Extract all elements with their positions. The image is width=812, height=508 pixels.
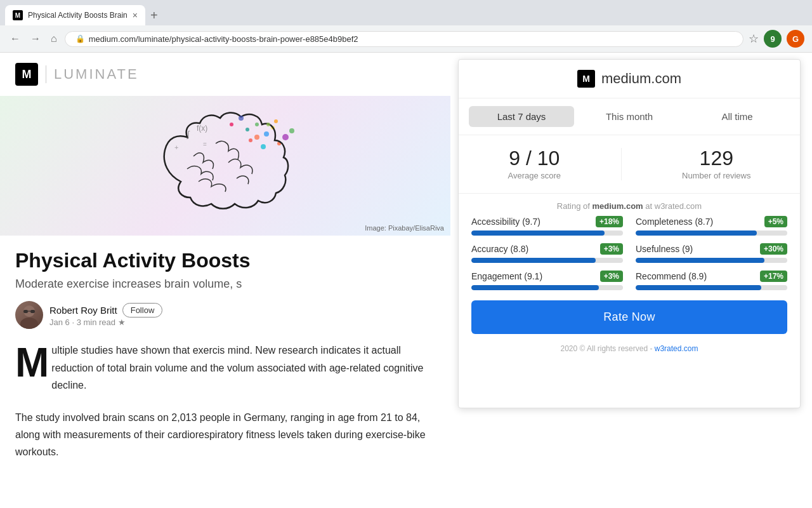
metric-bar-track xyxy=(471,285,623,290)
metric-header: Usefulness (9) +30% xyxy=(636,243,787,255)
author-name: Robert Roy Britt xyxy=(49,305,117,316)
header-divider xyxy=(46,65,46,83)
metric-bar-fill xyxy=(471,231,605,236)
metric-name: Completeness (8.7) xyxy=(636,217,713,227)
metric-bar-track xyxy=(471,258,623,263)
svg-text:f(x): f(x) xyxy=(197,124,207,133)
metric-name: Accessibility (9.7) xyxy=(471,217,540,227)
metric-item: Recommend (8.9) +17% xyxy=(636,271,787,290)
metric-bar-track xyxy=(471,231,623,236)
rating-widget: M medium.com Last 7 days This month All … xyxy=(458,59,801,408)
svg-rect-20 xyxy=(23,310,28,313)
drop-cap: M xyxy=(15,347,49,379)
article-body: Physical Activity Boosts Moderate exerci… xyxy=(0,236,450,474)
tab-this-month[interactable]: This month xyxy=(577,106,682,127)
address-bar: ← → ⌂ 🔒 medium.com/luminate/physical-act… xyxy=(0,25,812,52)
article-image: ∫ f(x) + = Image: Pixabay/El xyxy=(0,96,450,236)
lock-icon: 🔒 xyxy=(75,34,85,43)
new-tab-button[interactable]: + xyxy=(145,9,163,22)
browser-chrome: M Physical Activity Boosts Brain × + ← →… xyxy=(0,0,812,53)
forward-button[interactable]: → xyxy=(28,30,43,47)
tab-close-button[interactable]: × xyxy=(133,10,138,20)
brain-svg: ∫ f(x) + = xyxy=(130,105,320,226)
metric-header: Completeness (8.7) +5% xyxy=(636,216,787,227)
active-tab[interactable]: M Physical Activity Boosts Brain × xyxy=(5,5,145,25)
svg-rect-21 xyxy=(30,310,35,313)
attribution-domain: medium.com xyxy=(592,201,643,211)
attribution-text: Rating of xyxy=(557,201,590,211)
page-content: M LUMINATE ∫ f(x) + = xyxy=(0,53,812,508)
rating-attribution: Rating of medium.com at w3rated.com xyxy=(459,194,800,216)
footer-link[interactable]: w3rated.com xyxy=(655,344,698,353)
stats-divider xyxy=(621,148,622,180)
article-title: Physical Activity Boosts xyxy=(15,248,435,272)
metric-item: Completeness (8.7) +5% xyxy=(636,216,787,236)
attribution-at: at w3rated.com xyxy=(645,201,702,211)
metric-bar-fill xyxy=(636,231,757,236)
author-meta: Jan 6 · 3 min read ★ xyxy=(49,318,162,327)
toolbar-right: ☆ 9 G xyxy=(749,30,804,48)
author-info: Robert Roy Britt Follow Jan 6 · 3 min re… xyxy=(49,303,162,327)
svg-point-14 xyxy=(239,116,244,121)
metric-badge: +5% xyxy=(764,216,787,227)
tab-last-7-days[interactable]: Last 7 days xyxy=(469,106,574,127)
metric-header: Accessibility (9.7) +18% xyxy=(471,216,623,227)
profile-number[interactable]: 9 xyxy=(764,30,782,48)
num-reviews-value: 129 xyxy=(682,148,750,168)
svg-point-13 xyxy=(230,123,233,126)
bookmark-button[interactable]: ☆ xyxy=(749,32,759,46)
rate-now-button[interactable]: Rate Now xyxy=(471,300,787,334)
metric-item: Accuracy (8.8) +3% xyxy=(471,243,623,263)
metric-bar-fill xyxy=(636,258,764,263)
profile-avatar[interactable]: G xyxy=(787,30,804,48)
image-caption: Image: Pixabay/ElisaRiva xyxy=(365,224,444,232)
medium-header: M LUMINATE xyxy=(0,53,450,96)
metric-name: Engagement (9.1) xyxy=(471,271,542,281)
svg-text:+: + xyxy=(174,144,178,151)
svg-point-16 xyxy=(254,135,259,140)
metric-name: Usefulness (9) xyxy=(636,244,693,254)
svg-point-0 xyxy=(255,123,259,126)
metric-bar-track xyxy=(636,285,787,290)
metric-item: Engagement (9.1) +3% xyxy=(471,271,623,290)
metric-badge: +17% xyxy=(760,271,787,282)
metric-badge: +3% xyxy=(600,243,623,255)
tab-favicon: M xyxy=(13,10,23,20)
widget-header: M medium.com xyxy=(459,60,800,98)
svg-point-5 xyxy=(261,144,266,149)
metric-badge: +30% xyxy=(760,243,787,255)
svg-point-3 xyxy=(282,134,289,140)
tab-all-time[interactable]: All time xyxy=(684,106,790,127)
medium-logo: M xyxy=(15,63,38,86)
rate-now-section: Rate Now xyxy=(459,290,800,339)
svg-point-4 xyxy=(249,138,252,142)
num-reviews-label: Number of reviews xyxy=(682,171,750,180)
metric-header: Engagement (9.1) +3% xyxy=(471,271,623,282)
metric-header: Recommend (8.9) +17% xyxy=(636,271,787,282)
luminate-brand: LUMINATE xyxy=(54,66,139,83)
address-input[interactable]: 🔒 medium.com/luminate/physical-activity-… xyxy=(65,31,743,47)
article-second-paragraph: The study involved brain scans on 2,013 … xyxy=(15,409,435,461)
num-reviews-stat: 129 Number of reviews xyxy=(682,148,750,180)
article-body-text: ultiple studies have shown that exercis … xyxy=(51,345,423,390)
author-row: Robert Roy Britt Follow Jan 6 · 3 min re… xyxy=(15,301,435,329)
metric-bar-fill xyxy=(471,258,596,263)
metric-name: Recommend (8.9) xyxy=(636,271,707,281)
tab-title: Physical Activity Boosts Brain xyxy=(28,11,128,20)
widget-footer: 2020 © All rights reserved - w3rated.com xyxy=(459,339,800,361)
footer-text: 2020 © All rights reserved - xyxy=(561,344,655,353)
back-button[interactable]: ← xyxy=(8,30,23,47)
average-score-stat: 9 / 10 Average score xyxy=(508,148,561,180)
metric-header: Accuracy (8.8) +3% xyxy=(471,243,623,255)
metric-bar-fill xyxy=(636,285,761,290)
home-button[interactable]: ⌂ xyxy=(48,30,60,47)
metric-badge: +18% xyxy=(596,216,623,227)
author-avatar xyxy=(15,301,43,329)
svg-point-17 xyxy=(266,123,270,126)
svg-point-7 xyxy=(289,128,294,133)
svg-point-1 xyxy=(264,131,269,137)
svg-text:=: = xyxy=(203,141,207,148)
follow-button[interactable]: Follow xyxy=(122,303,163,318)
metric-item: Accessibility (9.7) +18% xyxy=(471,216,623,236)
url-text: medium.com/luminate/physical-activity-bo… xyxy=(89,34,358,44)
